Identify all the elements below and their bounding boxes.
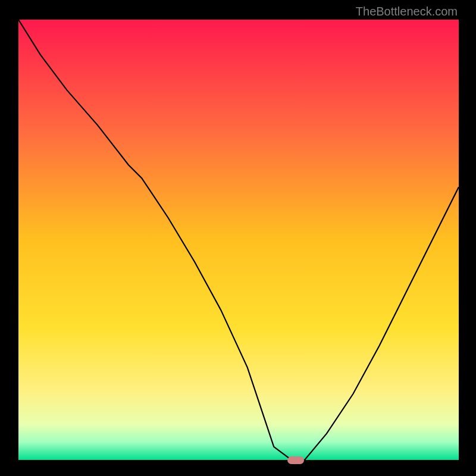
chart-svg	[18, 20, 459, 460]
optimal-point-marker	[287, 456, 304, 464]
chart-area	[18, 20, 459, 460]
gradient-background	[18, 20, 459, 460]
watermark-text: TheBottleneck.com	[356, 5, 458, 18]
